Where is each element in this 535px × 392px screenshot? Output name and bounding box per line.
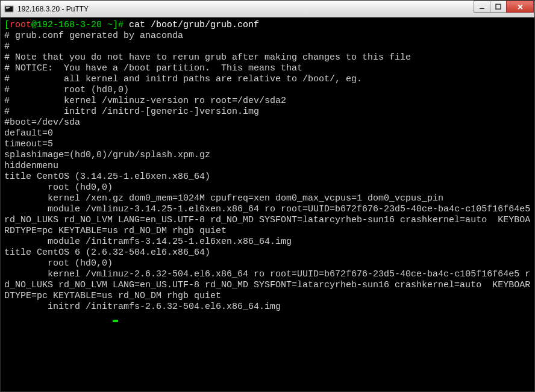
output-line: hiddenmenu [4,161,531,172]
output-line: initrd /initramfs-2.6.32-504.el6.x86_64.… [4,302,531,313]
output-line: module /vmlinuz-3.14.25-1.el6xen.x86_64 … [4,204,531,237]
output-line: splashimage=(hd0,0)/grub/splash.xpm.gz [4,150,531,161]
titlebar[interactable]: 192.168.3.20 - PuTTY [1,1,534,17]
output-line: title CentOS (3.14.25-1.el6xen.x86_64) [4,172,531,182]
output-line: # initrd /initrd-[generic-]version.img [4,107,531,117]
output-line: title CentOS 6 (2.6.32-504.el6.x86_64) [4,247,531,258]
output-line: # Note that you do not have to rerun gru… [4,52,531,63]
output-line: root (hd0,0) [4,258,531,269]
output-line: module /initramfs-3.14.25-1.el6xen.x86_6… [4,237,531,247]
output-line: kernel /vmlinuz-2.6.32-504.el6.x86_64 ro… [4,269,531,302]
window-title: 192.168.3.20 - PuTTY [17,5,474,13]
svg-rect-2 [6,7,10,8]
output-line: # kernel /vmlinuz-version ro root=/dev/s… [4,96,531,107]
cursor [113,320,118,322]
close-button[interactable] [506,1,534,13]
prompt-line: [root@192-168-3-20 ~]# cat /boot/grub/gr… [4,20,531,31]
putty-window: 192.168.3.20 - PuTTY [root@192-168-3-20 … [0,0,535,392]
output-line: # [4,42,531,52]
output-line: # grub.conf generated by anaconda [4,31,531,42]
window-controls [474,1,534,13]
output-line: #boot=/dev/sda [4,117,531,128]
prompt-host: @192-168-3-20 ~ [31,20,113,30]
svg-rect-5 [496,4,501,9]
cursor-line [4,313,531,323]
output-line: # root (hd0,0) [4,85,531,96]
output-line: root (hd0,0) [4,182,531,193]
putty-icon [4,4,14,14]
output-line: timeout=5 [4,139,531,150]
minimize-button[interactable] [474,1,490,13]
terminal[interactable]: [root@192-168-3-20 ~]# cat /boot/grub/gr… [1,17,534,391]
maximize-button[interactable] [490,1,507,13]
prompt-bracket: [ [4,20,10,30]
svg-rect-4 [480,8,484,9]
prompt-user: root [10,20,31,30]
prompt-bracket-close: ]# [113,20,129,30]
svg-rect-3 [6,8,8,9]
output-line: default=0 [4,128,531,139]
output-line: kernel /xen.gz dom0_mem=1024M cpufreq=xe… [4,193,531,204]
output-line: # all kernel and initrd paths are relati… [4,74,531,85]
prompt-command: cat /boot/grub/grub.conf [129,20,259,30]
output-line: # NOTICE: You have a /boot partition. Th… [4,63,531,74]
